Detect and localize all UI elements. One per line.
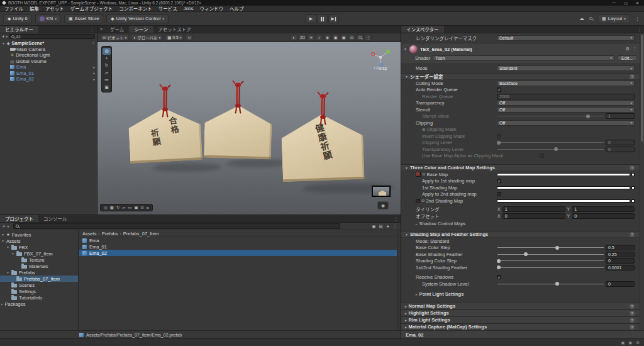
play-button[interactable]: ▶	[306, 14, 316, 23]
create-asset-button[interactable]: +	[3, 223, 5, 229]
project-search-input[interactable]	[13, 223, 340, 229]
open-prefab-icon[interactable]: ▸	[93, 71, 95, 75]
tree-item-texture[interactable]: Texture	[0, 257, 78, 263]
effects-toggle-icon[interactable]: ◈	[324, 35, 331, 41]
close-button[interactable]: ✕	[636, 1, 639, 5]
menu-jobs[interactable]: Jobs	[180, 6, 197, 11]
help-icon[interactable]: ?	[630, 325, 635, 330]
foldout-icon[interactable]: ▼	[1, 233, 4, 237]
help-icon[interactable]: ?	[630, 232, 635, 237]
favorites-filter-icon[interactable]: ★	[386, 224, 390, 229]
help-icon[interactable]: ?	[630, 311, 635, 316]
menu-component[interactable]: コンポーネント	[116, 5, 155, 12]
help-icon[interactable]: ?	[630, 304, 635, 309]
chevron-down-icon[interactable]: ▾	[7, 225, 9, 228]
asset-store-button[interactable]: ▣ Asset Store	[64, 14, 103, 23]
system-shadow-level-slider[interactable]	[497, 281, 604, 287]
ema-plaque-1[interactable]: 合格 祈願	[128, 106, 203, 164]
menu-help[interactable]: ヘルプ	[226, 5, 247, 12]
shader-dropdown[interactable]: Toon▾	[433, 55, 614, 61]
help-icon[interactable]: ?	[630, 318, 635, 323]
section-normal-map[interactable]: ▸ Normal Map Settings ?	[401, 303, 640, 310]
tiling-y-field[interactable]: 1	[572, 206, 635, 212]
tree-item-packages[interactable]: ▸ Packages	[0, 301, 78, 307]
ema-plaque-2[interactable]	[204, 105, 272, 160]
hierarchy-item-main-camera[interactable]: Main Camera	[0, 47, 97, 53]
panel-menu-icon[interactable]: ≡	[97, 26, 105, 33]
project-files-scrollbar[interactable]	[397, 230, 401, 330]
scene-orientation-gizmo[interactable]: ‹ Persp	[368, 48, 393, 70]
hierarchy-item-global-volume[interactable]: ◎ Global Volume	[0, 59, 97, 65]
nav-view-icon[interactable]: ◎	[104, 205, 108, 210]
foldout-icon[interactable]: ▼	[1, 239, 4, 243]
menu-edit[interactable]: 編集	[26, 5, 42, 12]
hierarchy-item-ema-02[interactable]: Ema_02 ▸	[0, 76, 97, 82]
hierarchy-item-ema[interactable]: Ema ▸	[0, 64, 97, 70]
tab-project[interactable]: プロジェクト	[0, 215, 38, 222]
ema-plaque-3[interactable]: 健康祈願	[280, 113, 365, 182]
clipping-level-slider[interactable]	[497, 140, 604, 145]
base-color-step-slider[interactable]	[497, 245, 604, 250]
tab-scene[interactable]: シーン	[129, 26, 153, 33]
system-shadow-level-field[interactable]: 0	[606, 281, 635, 287]
tree-item-fbx-07-item[interactable]: ▼ FBX_07_Item	[0, 250, 78, 257]
color-picker-icon[interactable]	[631, 199, 635, 203]
hierarchy-scene-row[interactable]: ▼ ◆ SampleScene* ⋮	[0, 40, 97, 47]
scene-canvas[interactable]: 合格 祈願 健康祈願	[97, 42, 401, 215]
stencil-value-slider[interactable]	[497, 113, 604, 119]
tab-inspector[interactable]: インスペクター	[401, 26, 444, 33]
menu-file[interactable]: ファイル	[1, 5, 26, 12]
menu-assets[interactable]: アセット	[42, 5, 67, 12]
rendering-layer-mask-dropdown[interactable]: Default▾	[497, 35, 635, 41]
open-prefab-icon[interactable]: ▸	[93, 77, 95, 81]
transparency-level-field[interactable]: 0	[606, 147, 635, 152]
step-button[interactable]: ▶	[328, 14, 339, 23]
audio-toggle-icon[interactable]: ♪	[316, 35, 323, 41]
back-icon[interactable]: ‹	[374, 66, 375, 70]
orientation-dropdown[interactable]: ◐ グローバル ▾	[131, 35, 163, 41]
chevron-down-icon[interactable]: ▾	[6, 35, 8, 38]
camera-preview-button[interactable]: ◉	[377, 201, 389, 209]
tree-item-prefabs[interactable]: ▼ Prefabs	[0, 269, 78, 276]
minimize-button[interactable]: —	[612, 1, 616, 5]
tree-item-fbx[interactable]: ▼ FBX	[0, 244, 78, 250]
foldout-icon[interactable]: ▼	[6, 271, 9, 274]
visibility-toggle-icon[interactable]: ◉	[332, 35, 339, 41]
search-icon[interactable]	[589, 17, 592, 20]
foldout-icon[interactable]: ▼	[2, 42, 5, 45]
unity-version-badge[interactable]: ◆ Unity 6	[3, 14, 32, 23]
section-shading-step[interactable]: ▼ Shading Step and Feather Settings ?	[401, 231, 640, 238]
breadcrumb-prefabs[interactable]: Prefabs	[102, 231, 118, 237]
section-highlight[interactable]: ▸ Highlight Settings ?	[401, 310, 640, 316]
base-color-step-field[interactable]: 0.5	[606, 245, 635, 250]
rotate-tool[interactable]: ↻	[103, 62, 111, 69]
nav-rect-icon[interactable]: ▭	[128, 205, 131, 210]
pause-button[interactable]	[317, 14, 328, 23]
tree-item-favorites[interactable]: ▼ ★ Favorites	[0, 232, 78, 238]
offset-x-field[interactable]: 0	[502, 213, 565, 219]
scene-more-icon[interactable]: ⋮	[365, 35, 372, 41]
hierarchy-item-ema-01[interactable]: Ema_01 ▸	[0, 70, 97, 77]
section-three-color[interactable]: ▼ Three Color and Control Map Settings ?	[401, 164, 640, 171]
stencil-dropdown[interactable]: Off▾	[497, 107, 635, 113]
nav-scale-icon[interactable]: ▱	[122, 205, 125, 210]
shading-color-step-field[interactable]: 0	[606, 258, 635, 264]
shadow-control-maps-foldout[interactable]: ▸ Shadow Control Maps	[401, 221, 640, 228]
cloud-icon[interactable]: ☁	[579, 16, 584, 21]
section-shader-settings[interactable]: ▼ シェーダー設定 ?	[401, 73, 640, 80]
stencil-value-field[interactable]: 1	[606, 113, 635, 119]
hierarchy-menu-icon[interactable]: ⋮	[87, 26, 97, 33]
base-map-color-field[interactable]	[497, 173, 630, 176]
tree-item-materials[interactable]: Materials	[0, 263, 78, 269]
breadcrumb-assets[interactable]: Assets	[82, 231, 97, 237]
preview-bar[interactable]: Ema_02	[401, 330, 644, 338]
move-tool[interactable]: +	[103, 55, 111, 62]
gizmos-dropdown-icon[interactable]: ⊙	[348, 35, 355, 41]
tab-hierarchy[interactable]: ヒエラルキー	[0, 26, 38, 33]
scale-tool[interactable]: ▱	[103, 70, 111, 77]
add-object-button[interactable]: +	[2, 34, 4, 40]
inspector-menu-icon[interactable]: ⋮	[635, 26, 644, 33]
section-matcap[interactable]: ▸ Material Capture (MatCap) Settings ?	[401, 323, 640, 330]
material-foldout-icon[interactable]: ▼	[404, 47, 407, 51]
menu-services[interactable]: サービス	[155, 5, 180, 12]
